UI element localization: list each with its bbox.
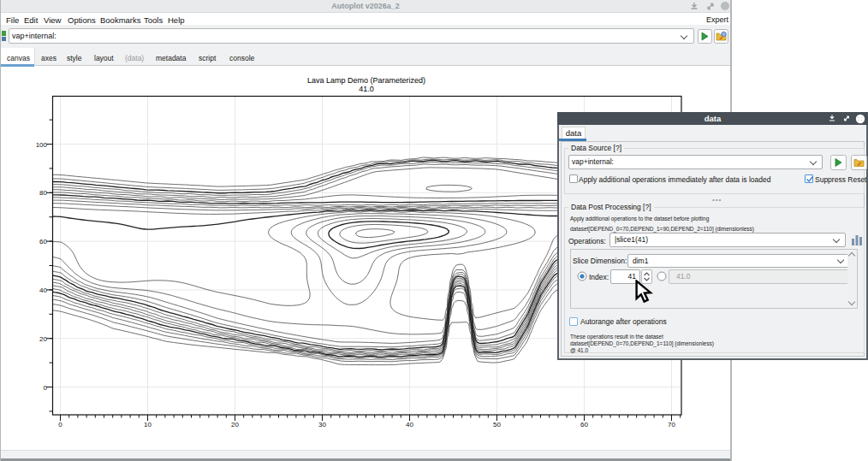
svg-text:10: 10: [144, 421, 152, 428]
svg-text:100: 100: [36, 141, 48, 149]
svg-text:0: 0: [58, 421, 62, 428]
svg-text:Lava Lamp Demo (Parameterized): Lava Lamp Demo (Parameterized): [307, 76, 425, 85]
svg-text:20: 20: [231, 421, 239, 428]
svg-text:60: 60: [39, 238, 47, 245]
svg-text:50: 50: [493, 421, 501, 428]
svg-text:41.0: 41.0: [359, 85, 374, 93]
svg-text:70: 70: [668, 421, 675, 428]
svg-text:80: 80: [39, 189, 47, 197]
svg-text:0: 0: [44, 384, 48, 392]
svg-text:30: 30: [318, 421, 326, 428]
svg-text:20: 20: [39, 335, 47, 343]
svg-text:40: 40: [406, 421, 413, 428]
svg-text:40: 40: [39, 287, 47, 294]
svg-text:60: 60: [580, 421, 588, 428]
